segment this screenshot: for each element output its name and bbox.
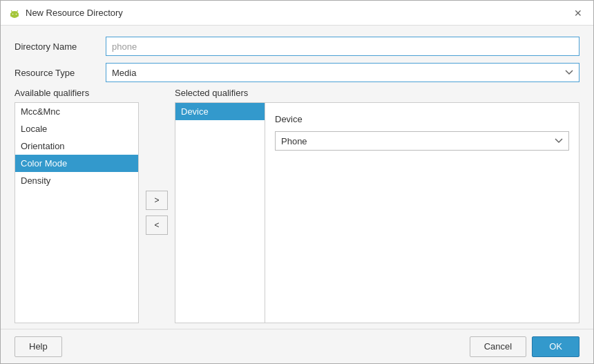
selected-qualifiers-list: Device [175,103,265,323]
svg-point-3 [16,13,17,15]
selected-qualifiers-container: Device Device Phone Tablet Television Ap… [175,102,579,323]
svg-point-2 [12,13,14,15]
help-button[interactable]: Help [15,336,62,357]
resource-type-select[interactable]: Media Layout Drawable Values Animator An… [106,63,579,82]
android-logo-icon [9,8,20,19]
footer-right: Cancel OK [470,336,579,357]
detail-label: Device [275,114,569,124]
qualifiers-area: Available qualifiers Mcc&Mnc Locale Orie… [1,88,593,329]
resource-type-label: Resource Type [15,68,97,78]
available-qualifiers-list: Mcc&Mnc Locale Orientation Color Mode De… [15,102,139,323]
arrow-buttons: > < [139,102,175,323]
resource-type-row: Resource Type Media Layout Drawable Valu… [15,63,579,82]
footer: Help Cancel OK [1,329,593,363]
qualifier-color-mode[interactable]: Color Mode [15,155,138,172]
title-bar-left: New Resource Directory [9,8,123,19]
selected-device-item[interactable]: Device [175,103,265,120]
dialog: New Resource Directory ✕ Directory Name … [0,0,594,364]
qualifier-orientation[interactable]: Orientation [15,137,138,155]
selected-qualifiers-panel: Selected qualifiers Device Device Phone … [175,88,579,323]
title-bar: New Resource Directory ✕ [1,1,593,26]
footer-left: Help [15,336,62,357]
directory-name-label: Directory Name [15,41,97,52]
available-qualifiers-panel: Available qualifiers Mcc&Mnc Locale Orie… [15,88,139,323]
device-value-select[interactable]: Phone Tablet Television Appliance Watch … [275,131,569,151]
form-area: Directory Name Resource Type Media Layou… [1,26,593,88]
directory-name-row: Directory Name [15,37,579,56]
ok-button[interactable]: OK [532,336,579,357]
available-qualifiers-label: Available qualifiers [15,88,139,98]
selected-qualifiers-label: Selected qualifiers [175,88,579,98]
svg-rect-1 [10,13,19,17]
qualifier-locale[interactable]: Locale [15,120,138,137]
dialog-title: New Resource Directory [26,8,123,18]
remove-qualifier-button[interactable]: < [146,215,168,235]
qualifier-detail: Device Phone Tablet Television Appliance… [265,103,579,323]
cancel-button[interactable]: Cancel [470,336,526,357]
qualifier-mcc-mnc[interactable]: Mcc&Mnc [15,103,138,120]
qualifier-density[interactable]: Density [15,172,138,189]
directory-name-input[interactable] [106,37,579,56]
close-button[interactable]: ✕ [571,6,585,20]
add-qualifier-button[interactable]: > [146,191,168,210]
